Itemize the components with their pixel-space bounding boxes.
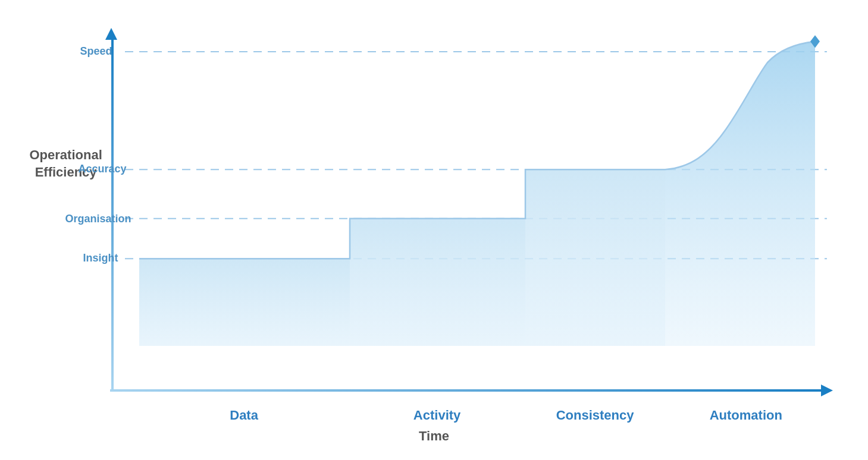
phase-data-label: Data xyxy=(139,408,349,423)
chart-container: Operational Efficiency Time xyxy=(18,10,851,450)
insight-label: Insight xyxy=(83,252,118,264)
chart-svg xyxy=(125,34,827,390)
phase-activity-label: Activity xyxy=(349,408,525,423)
speed-label: Speed xyxy=(80,45,112,58)
svg-rect-4 xyxy=(139,259,350,346)
phase-automation-label: Automation xyxy=(665,408,826,423)
organisation-label: Organisation xyxy=(65,213,131,225)
y-axis-arrowhead xyxy=(105,28,117,40)
chart-area: Speed Accuracy Organisation Insight Data… xyxy=(125,34,827,390)
phase-consistency-label: Consistency xyxy=(525,408,665,423)
svg-rect-5 xyxy=(350,219,525,346)
y-axis xyxy=(110,28,112,390)
accuracy-label: Accuracy xyxy=(79,163,127,175)
x-axis-label: Time xyxy=(419,429,449,444)
svg-rect-6 xyxy=(525,169,665,346)
